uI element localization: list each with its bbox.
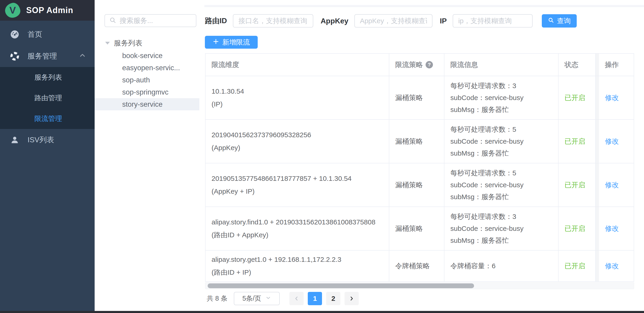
limit-info-cell: 每秒可处理请求数：3 subCode：service-busy subMsg：服…	[444, 207, 558, 251]
pagination: 共 8 条 5条/页 1 2	[207, 292, 363, 305]
limit-dimension-cell: 20190513577548661718777857 + 10.1.30.54 …	[206, 163, 389, 207]
sidebar-menu: 首页 服务管理 服务列表 路由管理 限流管理	[0, 21, 94, 151]
limit-info-cell: 令牌桶容量：6	[444, 251, 558, 282]
logo-bar: V SOP Admin	[0, 0, 94, 21]
add-limit-button[interactable]: 新增限流	[205, 36, 258, 49]
sidebar-item-route-management[interactable]: 路由管理	[0, 88, 94, 108]
limit-info-cell: 每秒可处理请求数：5 subCode：service-busy subMsg：服…	[444, 120, 558, 163]
tree-root-service-list[interactable]: 服务列表	[94, 37, 199, 49]
limit-strategy-cell: 漏桶策略	[389, 76, 444, 120]
prev-page-button[interactable]	[290, 292, 304, 305]
page-size-select[interactable]: 5条/页	[234, 292, 280, 305]
sidebar-item-service-list[interactable]: 服务列表	[0, 67, 94, 88]
header-limit-strategy: 限流策略 ?	[389, 54, 444, 76]
chevron-up-icon	[78, 51, 86, 61]
modify-link[interactable]: 修改	[599, 76, 634, 120]
route-id-input[interactable]	[238, 17, 308, 25]
sidebar-item-label: 首页	[28, 29, 42, 39]
fixed-column-gap	[596, 54, 599, 76]
service-tree-panel: 搜索服务... 服务列表 book-service easyopen-servi…	[94, 0, 204, 311]
service-search-box[interactable]: 搜索服务...	[104, 14, 196, 27]
tree-node-book-service[interactable]: book-service	[94, 49, 199, 62]
service-management-submenu: 服务列表 路由管理 限流管理	[0, 67, 94, 129]
page-button-2[interactable]: 2	[326, 292, 340, 305]
header-actions: 操作	[599, 54, 634, 76]
status-badge: 已开启	[558, 76, 596, 120]
limit-strategy-cell: 令牌桶策略	[389, 251, 444, 282]
limit-info-cell: 每秒可处理请求数：5 subCode：service-busy subMsg：服…	[444, 163, 558, 207]
table-row: 20190401562373796095328256 (AppKey) 漏桶策略…	[206, 120, 634, 163]
appkey-input[interactable]	[360, 17, 427, 25]
sidebar-item-label: 服务管理	[28, 51, 57, 61]
table-row: 10.1.30.54 (IP) 漏桶策略 每秒可处理请求数：3 subCode：…	[206, 76, 634, 120]
appkey-field-wrap	[354, 14, 432, 27]
service-ring-icon	[10, 51, 20, 61]
status-badge: 已开启	[558, 120, 596, 163]
app-logo: V	[4, 2, 21, 19]
page-button-1[interactable]: 1	[308, 292, 322, 305]
modify-link[interactable]: 修改	[599, 207, 634, 251]
total-count: 共 8 条	[207, 294, 228, 303]
ip-field-wrap	[453, 14, 532, 27]
route-id-label: 路由ID	[205, 16, 227, 26]
tree-node-sop-auth[interactable]: sop-auth	[94, 74, 199, 86]
tree-node-easyopen-service[interactable]: easyopen-servic...	[94, 62, 199, 74]
limit-dimension-cell: alipay.story.find1.0 + 20190331562013861…	[206, 207, 389, 251]
plus-icon	[213, 38, 219, 46]
next-page-button[interactable]	[344, 292, 359, 305]
tree-node-story-service[interactable]: story-service	[94, 98, 199, 110]
header-limit-dimension: 限流维度	[206, 54, 389, 76]
scrollbar-thumb[interactable]	[208, 283, 474, 288]
search-icon	[548, 17, 554, 25]
service-search-placeholder: 搜索服务...	[120, 16, 153, 25]
caret-down-icon[interactable]	[105, 42, 110, 44]
header-limit-info: 限流信息	[444, 54, 558, 76]
user-icon	[10, 135, 20, 145]
question-circle-icon[interactable]: ?	[426, 61, 433, 68]
tree-node-sop-springmvc[interactable]: sop-springmvc	[94, 86, 199, 98]
search-icon	[109, 16, 116, 25]
appkey-label: AppKey	[320, 17, 348, 25]
filter-bar: 路由ID AppKey IP 查询	[205, 14, 577, 27]
sidebar: V SOP Admin 首页 服务管理 服务列表 路由管理	[0, 0, 94, 313]
modify-link[interactable]: 修改	[599, 120, 634, 163]
ip-label: IP	[440, 17, 447, 25]
limit-strategy-cell: 漏桶策略	[389, 120, 444, 163]
dashboard-icon	[10, 30, 20, 39]
sidebar-item-service-management[interactable]: 服务管理	[0, 45, 94, 67]
sidebar-item-limit-management[interactable]: 限流管理	[0, 108, 94, 129]
status-badge: 已开启	[558, 163, 596, 207]
limit-strategy-cell: 漏桶策略	[389, 207, 444, 251]
table-header-row: 限流维度 限流策略 ? 限流信息 状态 操作	[206, 54, 634, 76]
chevron-down-icon	[265, 295, 271, 303]
sidebar-item-isv-list[interactable]: ISV列表	[0, 129, 94, 151]
status-badge: 已开启	[558, 251, 596, 282]
limit-strategy-cell: 漏桶策略	[389, 163, 444, 207]
table-row: alipay.story.find1.0 + 20190331562013861…	[206, 207, 634, 251]
table-row: 20190513577548661718777857 + 10.1.30.54 …	[206, 163, 634, 207]
app-title: SOP Admin	[26, 5, 73, 15]
sidebar-item-label: ISV列表	[28, 135, 54, 145]
modify-link[interactable]: 修改	[599, 163, 634, 207]
status-badge: 已开启	[558, 207, 596, 251]
sidebar-item-home[interactable]: 首页	[0, 23, 94, 45]
horizontal-scrollbar[interactable]	[205, 282, 634, 289]
route-id-field-wrap	[233, 14, 313, 27]
limit-dimension-cell: 10.1.30.54 (IP)	[206, 76, 389, 120]
limit-dimension-cell: alipay.story.get1.0 + 192.168.1.1,172.2.…	[206, 251, 389, 282]
table-row: alipay.story.get1.0 + 192.168.1.1,172.2.…	[206, 251, 634, 282]
query-button[interactable]: 查询	[542, 14, 577, 27]
header-status: 状态	[558, 54, 596, 76]
bottom-window-edge	[0, 311, 644, 313]
modify-link[interactable]: 修改	[599, 251, 634, 282]
service-tree: 服务列表 book-service easyopen-servic... sop…	[94, 37, 199, 110]
limit-table: 限流维度 限流策略 ? 限流信息 状态 操作 10.1.30.54 (IP) 漏…	[205, 53, 634, 282]
limit-info-cell: 每秒可处理请求数：3 subCode：service-busy subMsg：服…	[444, 76, 558, 120]
limit-dimension-cell: 20190401562373796095328256 (AppKey)	[206, 120, 389, 163]
ip-input[interactable]	[458, 17, 527, 25]
